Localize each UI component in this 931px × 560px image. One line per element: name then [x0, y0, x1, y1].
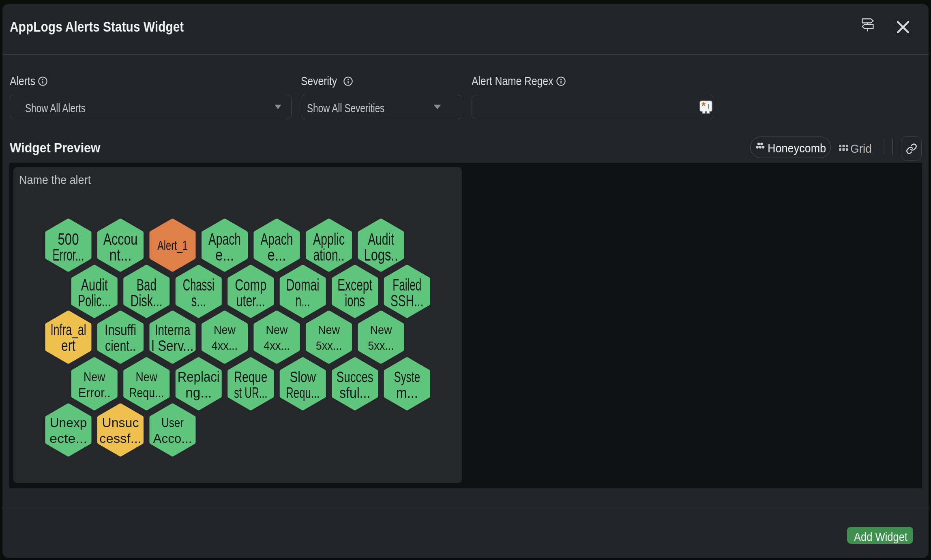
svg-text:Requ...: Requ... [129, 386, 164, 400]
svg-text:New: New [214, 323, 236, 336]
svg-text:Error...: Error... [53, 245, 84, 264]
svg-text:Insuffi: Insuffi [105, 322, 136, 338]
svg-text:Infra_al: Infra_al [51, 321, 86, 338]
svg-text:e...: e... [268, 245, 286, 264]
svg-text:New: New [84, 370, 105, 384]
svg-text:4xx...: 4xx... [212, 339, 238, 352]
svg-text:User: User [161, 415, 184, 430]
svg-text:st UR...: st UR... [234, 385, 267, 401]
svg-text:Unexp: Unexp [50, 415, 87, 430]
svg-text:Succes: Succes [337, 369, 373, 385]
svg-text:ng...: ng... [185, 385, 212, 400]
svg-text:n...: n... [296, 291, 310, 310]
svg-text:cessf...: cessf... [99, 431, 142, 446]
svg-text:Acco...: Acco... [153, 431, 192, 446]
svg-text:4xx...: 4xx... [264, 339, 290, 352]
svg-text:ions: ions [345, 291, 365, 310]
svg-text:Requ...: Requ... [286, 385, 320, 401]
svg-text:Logs..: Logs.. [364, 245, 398, 264]
svg-text:Alert_1: Alert_1 [157, 238, 188, 253]
svg-text:Error..: Error.. [78, 386, 111, 400]
svg-text:Replaci: Replaci [178, 369, 220, 385]
svg-text:Slow: Slow [290, 369, 316, 385]
svg-text:New: New [370, 323, 393, 336]
svg-text:5xx...: 5xx... [368, 339, 394, 352]
svg-text:ation..: ation.. [313, 245, 345, 264]
svg-text:cient..: cient.. [105, 338, 136, 354]
svg-text:uter...: uter... [236, 291, 265, 310]
svg-text:nt...: nt... [109, 245, 132, 264]
svg-text:e...: e... [215, 245, 234, 264]
svg-text:Interna: Interna [155, 322, 191, 338]
svg-text:m...: m... [396, 385, 418, 401]
svg-text:l Serv...: l Serv... [152, 338, 194, 354]
svg-text:New: New [136, 370, 158, 384]
svg-text:ecte...: ecte... [49, 431, 87, 446]
svg-text:Reque: Reque [234, 369, 267, 385]
svg-text:*: * [701, 100, 706, 112]
svg-text:Syste: Syste [394, 369, 420, 385]
svg-text:New: New [318, 323, 340, 336]
svg-text:s...: s... [191, 291, 206, 310]
svg-text:sful...: sful... [339, 385, 370, 401]
svg-text:Disk...: Disk... [131, 291, 163, 310]
svg-text:Polic...: Polic... [78, 291, 111, 310]
svg-text:SSH...: SSH... [390, 291, 424, 310]
svg-text:Unsuc: Unsuc [102, 415, 139, 430]
svg-text:ert: ert [61, 337, 75, 354]
svg-text:New: New [266, 323, 288, 336]
svg-text:5xx...: 5xx... [316, 339, 342, 352]
